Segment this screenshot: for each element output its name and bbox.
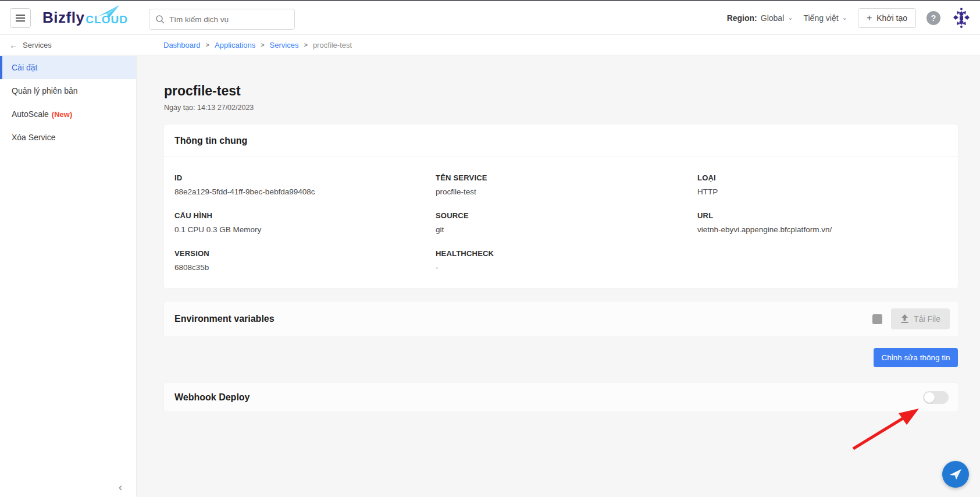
create-service-button[interactable]: + Khởi tạo [858,8,916,28]
region-selector[interactable]: Region: Global ⌄ [727,13,793,23]
general-info-title: Thông tin chung [174,136,247,146]
sidebar-item-label: Cài đặt [12,63,37,72]
search-input[interactable] [169,15,288,24]
field-label: SOURCE [436,211,697,220]
field-label: TÊN SERVICE [436,173,697,182]
field-loai: LOẠI HTTP [697,173,947,196]
field-id: ID 88e2a129-5fdd-41ff-9bec-bebfda99408c [174,173,436,196]
square-icon[interactable] [872,314,882,324]
hamburger-icon [16,15,25,22]
hamburger-menu-button[interactable] [10,8,31,28]
field-label: CẤU HÌNH [174,211,436,220]
chevron-down-icon: ⌄ [787,14,793,22]
breadcrumb-dashboard[interactable]: Dashboard [163,41,201,49]
back-arrow-icon: ← [9,40,18,50]
search-icon [155,15,165,24]
general-info-card: Thông tin chung ID 88e2a129-5fdd-41ff-9b… [164,125,958,288]
field-value: vietnh-ebyvi.appengine.bfcplatform.vn/ [697,225,947,234]
webhook-deploy-toggle[interactable] [923,391,949,404]
field-value: procfile-test [436,187,697,196]
page-title: procfile-test [164,83,241,99]
region-label: Region: [727,13,757,23]
field-value: HTTP [697,187,947,196]
subheader-bar: ← Services Dashboard > Applications > Se… [0,35,980,55]
paper-plane-logo-icon [96,4,120,19]
back-to-services-link[interactable]: ← Services [0,40,137,50]
breadcrumb-separator: > [206,41,209,48]
sidebar-item-label: Xóa Service [12,133,55,142]
field-label: HEALTHCHECK [436,249,697,258]
breadcrumb-separator: > [261,41,264,48]
field-value: - [436,263,697,272]
created-date: Ngày tạo: 14:13 27/02/2023 [164,104,254,112]
breadcrumb-separator: > [304,41,307,48]
sidebar-item-label: Quản lý phiên bản [12,86,78,95]
breadcrumb-services[interactable]: Services [270,41,299,49]
sidebar-item-autoscale[interactable]: AutoScale (New) [0,102,136,126]
field-cau-hinh: CẤU HÌNH 0.1 CPU 0.3 GB Memory [174,211,436,234]
send-paper-plane-icon [949,467,963,481]
upload-file-button[interactable]: Tải File [891,308,950,329]
help-icon[interactable]: ? [926,11,940,25]
chevron-down-icon: ⌄ [842,14,847,22]
field-url: URL vietnh-ebyvi.appengine.bfcplatform.v… [697,211,947,234]
webhook-deploy-card: Webhook Deploy [164,383,958,411]
environment-variables-card: Environment variables Tải File [164,301,958,336]
breadcrumb-current: procfile-test [313,41,352,49]
field-source: SOURCE git [436,211,697,234]
chat-send-button[interactable] [942,461,969,488]
field-ten-service: TÊN SERVICE procfile-test [436,173,697,196]
edit-info-button[interactable]: Chỉnh sửa thông tin [874,348,958,367]
create-button-label: Khởi tạo [876,13,907,23]
sidebar-collapse-chevron[interactable]: ‹ [119,481,122,494]
upload-button-label: Tải File [914,314,940,324]
identicon-icon [952,8,971,29]
sidebar-item-xoa-service[interactable]: Xóa Service [0,126,136,149]
logo-text-primary: Bizfly [42,9,84,27]
browser-top-strip [0,0,980,1]
field-label: VERSION [174,249,436,258]
webhook-deploy-title: Webhook Deploy [174,392,923,403]
field-value: 6808c35b [174,263,436,272]
upload-icon [900,314,909,324]
field-label: ID [174,173,436,182]
new-badge: (New) [52,110,72,119]
field-value: 88e2a129-5fdd-41ff-9bec-bebfda99408c [174,187,436,196]
region-value: Global [761,13,784,23]
main-content: procfile-test Ngày tạo: 14:13 27/02/2023… [137,56,980,497]
language-value: Tiếng việt [803,13,838,23]
field-value: git [436,225,697,234]
language-selector[interactable]: Tiếng việt ⌄ [803,13,847,23]
service-sidebar: Cài đặt Quản lý phiên bản AutoScale (New… [0,56,137,497]
bizfly-cloud-logo[interactable]: Bizfly CLOUD [42,9,128,27]
info-fields-grid: ID 88e2a129-5fdd-41ff-9bec-bebfda99408c … [164,157,958,272]
field-healthcheck: HEALTHCHECK - [436,249,697,272]
field-version: VERSION 6808c35b [174,249,436,272]
service-search-box [149,9,295,30]
sidebar-item-quan-ly-phien-ban[interactable]: Quản lý phiên bản [0,79,136,102]
field-value: 0.1 CPU 0.3 GB Memory [174,225,436,234]
sidebar-item-label: AutoScale [12,109,49,119]
breadcrumb-applications[interactable]: Applications [215,41,255,49]
breadcrumb: Dashboard > Applications > Services > pr… [163,41,352,49]
field-label: URL [697,211,947,220]
toggle-knob [924,392,935,403]
user-avatar-identicon[interactable] [951,7,972,29]
environment-variables-title: Environment variables [174,314,872,324]
app-header: Bizfly CLOUD Region: Global ⌄ Tiếng việt… [0,1,980,35]
field-label: LOẠI [697,173,947,182]
back-link-label: Services [23,41,52,49]
sidebar-item-cai-dat[interactable]: Cài đặt [0,56,136,79]
plus-icon: + [867,13,872,23]
